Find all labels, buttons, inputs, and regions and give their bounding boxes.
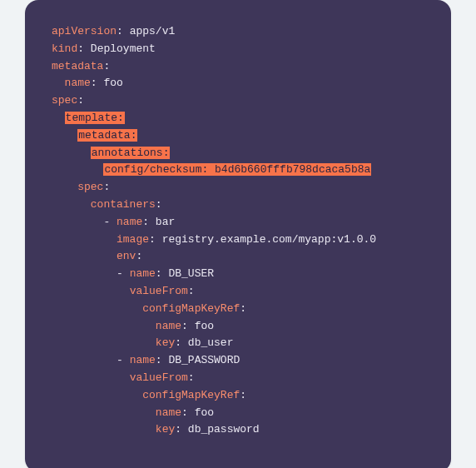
yaml-key: apiVersion bbox=[52, 25, 117, 37]
yaml-key: configMapKeyRef bbox=[142, 302, 240, 315]
code-block: apiVersion: apps/v1 kind: Deployment met… bbox=[25, 0, 451, 468]
yaml-key: valueFrom bbox=[130, 371, 188, 384]
yaml-value: bar bbox=[156, 216, 175, 228]
yaml-value: db_user bbox=[188, 336, 234, 349]
yaml-key: name bbox=[117, 216, 142, 228]
highlighted-line: metadata: bbox=[77, 129, 137, 142]
highlighted-line: annotations: bbox=[91, 147, 171, 159]
yaml-key: name bbox=[130, 267, 156, 280]
yaml-value: DB_PASSWORD bbox=[168, 354, 240, 366]
yaml-key: name bbox=[156, 320, 181, 332]
yaml-value: foo bbox=[103, 77, 122, 89]
yaml-key: spec bbox=[52, 94, 77, 107]
yaml-key: kind bbox=[52, 42, 77, 55]
yaml-code: apiVersion: apps/v1 kind: Deployment met… bbox=[52, 23, 424, 439]
yaml-key: key bbox=[156, 336, 175, 349]
yaml-value: registry.example.com/myapp:v1.0.0 bbox=[162, 233, 376, 246]
yaml-key: env bbox=[117, 250, 136, 262]
yaml-key: valueFrom bbox=[130, 285, 188, 297]
yaml-value: DB_USER bbox=[168, 267, 214, 280]
yaml-key: name bbox=[130, 354, 156, 366]
yaml-value: foo bbox=[195, 406, 214, 419]
yaml-key: image bbox=[117, 233, 149, 246]
yaml-key: key bbox=[156, 423, 175, 436]
yaml-key: configMapKeyRef bbox=[142, 389, 240, 401]
highlighted-line: template: bbox=[65, 112, 125, 124]
yaml-value: foo bbox=[195, 320, 214, 332]
yaml-value: db_password bbox=[188, 423, 260, 436]
yaml-key: metadata bbox=[52, 60, 103, 72]
yaml-key: spec bbox=[77, 181, 103, 193]
yaml-key: name bbox=[156, 406, 181, 419]
yaml-key: containers bbox=[91, 198, 156, 211]
yaml-key: name bbox=[65, 77, 91, 89]
yaml-value: apps/v1 bbox=[130, 25, 176, 37]
yaml-value: Deployment bbox=[91, 42, 156, 55]
highlighted-line: config/checksum: b4d6b660fffb798dcaca5b8… bbox=[103, 163, 371, 176]
